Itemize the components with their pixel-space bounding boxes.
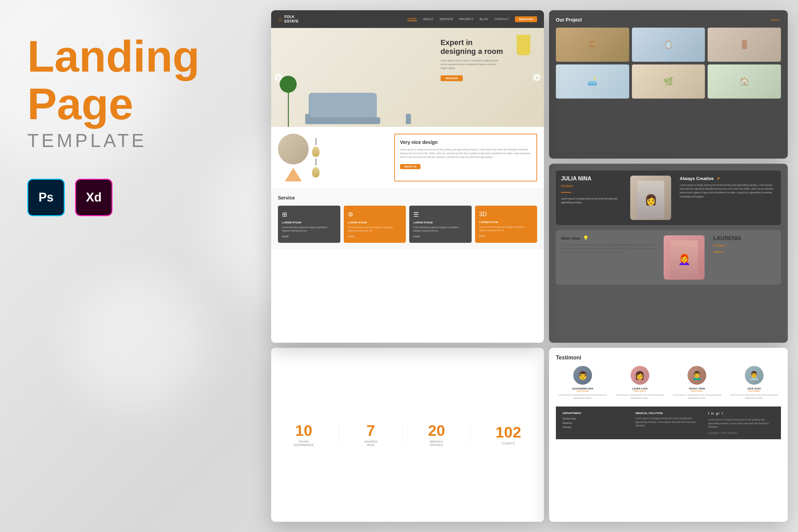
project-img-4: 🛋️ bbox=[556, 64, 629, 99]
hero-prev-button[interactable]: ‹ bbox=[275, 74, 282, 81]
testimonial-role-4: lorem ipsum bbox=[727, 390, 781, 392]
laurenia-about-desc: Lorem ipsum is simply dummy text of the … bbox=[561, 243, 655, 254]
service-card-1: ⊞ LOREM IPSUM Fusce fermentum placerat m… bbox=[278, 206, 340, 243]
google-icon[interactable]: g+ bbox=[716, 412, 720, 415]
photoshop-icon: Ps bbox=[27, 179, 65, 216]
footer-medical-desc: Lorem ipsum is simply dummy text of the … bbox=[635, 417, 701, 428]
hero-next-button[interactable]: › bbox=[533, 74, 541, 81]
footer-dept-link-2[interactable]: Medicine bbox=[563, 421, 629, 426]
project-img-6: 🏠 bbox=[708, 64, 781, 99]
stat-clients-number: 102 bbox=[496, 425, 521, 440]
julia-divider bbox=[561, 192, 571, 193]
main-title-line1: Landing bbox=[27, 34, 252, 78]
stat-divider-2 bbox=[402, 425, 403, 445]
julia-about: Lorem ipsum is simply dummy text of the … bbox=[561, 197, 625, 204]
hero-desc: Lorem ipsum dolor sit amet, consectetur … bbox=[441, 59, 502, 70]
service-icon-4: 3D bbox=[479, 211, 533, 218]
stat-clients-label: Clients bbox=[496, 442, 521, 445]
project-img-2: 🪞 bbox=[632, 28, 705, 62]
service-card-title-4: LOREM IPSUM bbox=[479, 221, 533, 224]
julia-about-desc: Lorem ipsum is simply dummy text of the … bbox=[680, 183, 776, 198]
team-member-laurenia: New Idea 💡 Lorem ipsum is simply dummy t… bbox=[556, 230, 781, 285]
footer-dept-title: DEPARTMENT bbox=[563, 412, 629, 415]
nav-register-button[interactable]: REGISTER bbox=[515, 16, 537, 22]
footer-section: DEPARTMENT Dental Clinic Medicine Orchet… bbox=[556, 407, 781, 439]
twitter-icon[interactable]: t bbox=[722, 412, 723, 415]
adobexd-icon: Xd bbox=[75, 179, 113, 216]
nav-link-service[interactable]: SERVICE bbox=[440, 17, 453, 21]
main-title-line2: Page bbox=[27, 82, 252, 126]
testimonial-name-2: LAURA LOVE bbox=[613, 387, 667, 390]
service-icon-3: ☰ bbox=[413, 211, 468, 218]
projects-more-link[interactable]: MORE » bbox=[770, 18, 781, 21]
stat-divider-3 bbox=[470, 425, 471, 445]
design-desc: Lorem ipsum is simply dummy text of the … bbox=[400, 148, 531, 159]
nav-link-project[interactable]: PROJECT bbox=[459, 17, 473, 21]
service-title: Service bbox=[278, 195, 537, 201]
sofa-area bbox=[298, 76, 489, 127]
service-icon-2: ⚙ bbox=[348, 211, 402, 218]
testimonial-title: Testimoni bbox=[556, 355, 781, 361]
website-preview: ⌂ FOLK ESTATE HOME ABOUT SERVICE PROJECT… bbox=[271, 10, 544, 343]
laurenia-photo: 👩‍🦰 bbox=[664, 235, 705, 280]
nav-logo: ⌂ FOLK ESTATE bbox=[278, 15, 299, 24]
nav-link-about[interactable]: ABOUT bbox=[423, 17, 433, 21]
stat-awards: 7 AwardsWon bbox=[364, 423, 378, 447]
footer-medical-title: MEDICAL SOLUTION bbox=[635, 412, 701, 415]
testimonial-avatar-3: 👨‍🦱 bbox=[688, 366, 706, 385]
testimonial-cards: 👨 ALEXANDER DIVA lorem ipsum Lorem ipsum… bbox=[556, 366, 781, 400]
footer-social-col: f in g+ t Lorem ipsum is simply dummy te… bbox=[708, 412, 774, 434]
stat-awards-number: 7 bbox=[364, 423, 378, 438]
software-icons: Ps Xd bbox=[27, 179, 252, 216]
stat-clients: 102 Clients bbox=[496, 425, 521, 445]
testimonial-desc-3: Lorem ipsum is simply dummy text of the … bbox=[670, 394, 724, 400]
footer-medical: MEDICAL SOLUTION Lorem ipsum is simply d… bbox=[635, 412, 701, 434]
service-more-1[interactable]: MORE bbox=[282, 235, 336, 238]
about-us-button[interactable]: ABOUT US bbox=[400, 164, 421, 169]
footer-department: DEPARTMENT Dental Clinic Medicine Orchet… bbox=[563, 412, 629, 434]
testimonial-card-3: 👨‍🦱 ROCKY JOHN lorem ipsum Lorem ipsum i… bbox=[670, 366, 724, 400]
julia-photo: 👩 bbox=[630, 176, 671, 220]
stats-panel: 10 YearsExperience 7 AwardsWon 20 Branch… bbox=[271, 348, 544, 522]
design-triangle bbox=[285, 168, 302, 181]
julia-role: Designer bbox=[561, 184, 625, 188]
service-card-title-2: LOREM IPSUM bbox=[348, 221, 402, 224]
linkedin-icon[interactable]: in bbox=[711, 412, 714, 415]
footer-about-desc: Lorem ipsum is simply dummy text of the … bbox=[708, 418, 774, 429]
testimonial-card-1: 👨 ALEXANDER DIVA lorem ipsum Lorem ipsum… bbox=[556, 366, 610, 400]
team-panel: JULIA NINA Designer Lorem ipsum is simpl… bbox=[549, 164, 788, 343]
julia-creative-icon: ✦ bbox=[716, 176, 721, 181]
facebook-icon[interactable]: f bbox=[708, 412, 709, 415]
stat-experience: 10 YearsExperience bbox=[294, 423, 314, 447]
projects-header: Our Project MORE » bbox=[556, 17, 781, 23]
service-more-2[interactable]: MORE bbox=[348, 235, 402, 238]
stat-branches-label: BranchOffices bbox=[428, 440, 445, 447]
service-card-4: 3D LOREM IPSUM Fusce fermentum placerat … bbox=[475, 206, 537, 243]
service-more-3[interactable]: MORE bbox=[413, 235, 468, 238]
nav-link-home[interactable]: HOME bbox=[408, 17, 417, 21]
nav-link-blog[interactable]: BLOG bbox=[479, 17, 488, 21]
nav-bar: ⌂ FOLK ESTATE HOME ABOUT SERVICE PROJECT… bbox=[271, 10, 544, 28]
testimonial-panel: Testimoni 👨 ALEXANDER DIVA lorem ipsum L… bbox=[549, 348, 788, 522]
stat-awards-label: AwardsWon bbox=[364, 440, 378, 447]
team-member-julia: JULIA NINA Designer Lorem ipsum is simpl… bbox=[556, 171, 781, 225]
testimonial-avatar-4: 👨‍⚕️ bbox=[745, 366, 764, 385]
testimonial-card-4: 👨‍⚕️ JACK ALEX lorem ipsum Lorem ipsum i… bbox=[727, 366, 781, 400]
design-text-box: Very nice design Lorem ipsum is simply d… bbox=[394, 134, 537, 181]
nav-link-contact[interactable]: CONTACT bbox=[494, 17, 509, 21]
service-more-4[interactable]: MORE bbox=[479, 235, 533, 237]
testimonial-name-4: JACK ALEX bbox=[727, 387, 781, 390]
laurenia-idea-title: New Idea bbox=[561, 236, 580, 241]
project-img-5: 🌿 bbox=[632, 64, 705, 99]
design-title: Very nice design bbox=[400, 139, 531, 145]
laurenia-role: Designer bbox=[713, 244, 776, 247]
projects-grid: 🪑 🪞 🚪 🛋️ 🌿 🏠 bbox=[556, 28, 781, 99]
design-images bbox=[278, 134, 387, 181]
julia-about-title: Always Creative bbox=[680, 176, 714, 181]
vase-decor bbox=[510, 35, 537, 69]
footer-dept-link-3[interactable]: Orcheta bbox=[563, 425, 629, 430]
hero-text: Expert indesigning a room Lorem ipsum do… bbox=[441, 38, 503, 81]
footer-dept-link-1[interactable]: Dental Clinic bbox=[563, 417, 629, 421]
projects-title: Our Project bbox=[556, 17, 582, 23]
hero-register-button[interactable]: REGISTER bbox=[441, 75, 463, 81]
